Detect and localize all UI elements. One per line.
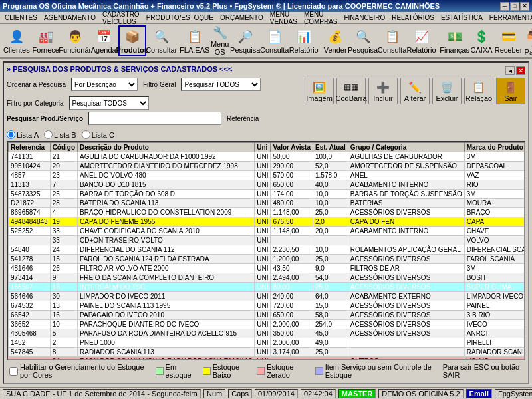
consultar-icon: 🔍 [152, 27, 171, 46]
maximize-button[interactable]: □ [510, 2, 519, 11]
radio-lista-b[interactable]: Lista B [44, 130, 76, 139]
fornece-icon: 🏭 [37, 27, 55, 46]
toolbar-funcionario[interactable]: 👨 Funcionár [61, 25, 89, 56]
legend-estoque-baixo: Estoque Baixo [203, 363, 251, 379]
toolbar-relatorio2[interactable]: 📈 Relatório [408, 25, 436, 56]
table-row[interactable]: 9951042420AMORTECEDOR DIANTEIRO DO MERCE… [9, 162, 526, 171]
toolbar-flaeas[interactable]: 📋 FLA.EAS [181, 25, 209, 56]
table-body: 74113121AGULHA DO CARBURADOR DA F1000 19… [9, 152, 526, 361]
legend-sem-controle: Item Serviço ou sem Controle de Estoque [315, 363, 438, 379]
toolbar-clientes[interactable]: 👤 Clientes [3, 25, 31, 56]
search-prod-row: Pesquisar Prod./Serviço Referência Lista… [7, 112, 302, 139]
table-row[interactable]: 15550713INTERCALM DO TSCUNI80,0025,0ACES… [9, 283, 526, 292]
radio-lista-c[interactable]: Lista C [82, 130, 114, 139]
table-row[interactable]: 5478458RADIADOR SCANIA 113UNI3.174,0025,… [9, 348, 526, 357]
products-table: Referencia Código Descrição do Produto U… [8, 142, 525, 360]
panel-resize-button[interactable]: ◂ [505, 66, 515, 75]
estoque-zerado-box [257, 367, 265, 375]
filter-cat-select[interactable]: Pesquisar TODOS [69, 96, 149, 110]
status-nums: Num [203, 389, 225, 398]
menu-agendamento[interactable]: AGENDAMENTO [41, 13, 99, 22]
sair-button[interactable]: 🚪 Sair [496, 78, 525, 104]
table-row[interactable]: 56464630LIMPADOR DO IVECO 2011UNI240,006… [9, 292, 526, 301]
toolbar-produtos[interactable]: 📦 Produtos [118, 25, 146, 56]
imagem-button[interactable]: 🖼️ Imagem [305, 78, 334, 104]
toolbar-vender[interactable]: 💰 Vender [323, 25, 348, 56]
relatorio1-icon: 📊 [295, 27, 313, 46]
menu-relatorios[interactable]: RELATÓRIOS [388, 13, 438, 22]
products-table-container[interactable]: Referencia Código Descrição do Produto U… [7, 141, 525, 360]
table-row[interactable]: 48164626FILTRO AR VOLVO ATE 2000UNI43,50… [9, 264, 526, 273]
table-row[interactable]: 869658744BRAÇO HIDRAULICO DO CONSTELLATI… [9, 208, 526, 217]
menu-financeiro[interactable]: FINANCEIRO [340, 13, 388, 22]
menu-cadastro-veiculos[interactable]: CADASTRO VEÍCULOS [99, 10, 143, 26]
radio-lista-a[interactable]: Lista A [7, 130, 39, 139]
status-time: 02:42:04 [301, 389, 336, 398]
toolbar-pesquisa2[interactable]: 🔍 Pesquisa [349, 25, 377, 56]
table-row[interactable]: 485723ANEL DO VOLVO 480UNI570,001.578,0A… [9, 171, 526, 180]
table-row[interactable]: 74113121AGULHA DO CARBURADOR DA F1000 19… [9, 152, 526, 162]
toolbar-receber[interactable]: 💳 Receber [495, 25, 523, 56]
codbarra-button[interactable]: ▦▦ CodBarra [336, 78, 366, 104]
menu-bar: CLIENTES AGENDAMENTO CADASTRO VEÍCULOS P… [0, 12, 532, 24]
relacao-button[interactable]: 📋 Relação [464, 78, 493, 104]
search-prod-input[interactable] [88, 112, 221, 125]
toolbar-consulta2[interactable]: 📋 Consulta [378, 25, 406, 56]
table-row[interactable]: 5484024DIFERENCIAL DO SCANIA 112UNI2.230… [9, 245, 526, 255]
table-row[interactable]: 67453213PAINEL DO SCANIA 113 1995UNI720,… [9, 301, 526, 311]
toolbar-a-pagar[interactable]: 📤 A Pagar [524, 25, 532, 56]
toolbar: 👤 Clientes 🏭 Fornece 👨 Funcionár 📅 Agend… [0, 24, 532, 59]
table-row[interactable]: 9734149FREIO DA SCANIA COMPLETO DIANTEIR… [9, 273, 526, 283]
table-row[interactable]: 14522PNEU 1000UNI2.000,0049,0PIRELLI [9, 338, 526, 348]
toolbar-consulta1[interactable]: 📄 Consulta [261, 25, 289, 56]
alterar-button[interactable]: ✏️ Alterar [400, 78, 430, 104]
menu-orcamento[interactable]: ORÇAMENTO [217, 13, 267, 22]
menu-produto-estoque[interactable]: PRODUTO/ESTOQUE [143, 13, 217, 22]
table-row[interactable]: 52525233CHAVE CODIFICADA DO SCANIA 2010U… [9, 227, 526, 236]
toolbar-menu-os[interactable]: 🔧 Menu OS [210, 25, 230, 56]
relacao-icon: 📋 [469, 80, 488, 94]
menu-compras[interactable]: MENU COMPRAS [301, 10, 341, 26]
table-row[interactable]: 33CD+ON TRASEIRO VOLTOUNIVOLVO [9, 236, 526, 245]
table-row[interactable]: 43054685PARAFUSO DA RODA DIANTEIRA DO AC… [9, 329, 526, 338]
panel-close-button[interactable]: ✕ [516, 66, 525, 75]
table-row[interactable]: 6654216PAPAGAIO DO IVECO 2010UNI650,0058… [9, 311, 526, 320]
toolbar-caixa[interactable]: 💲 CAIXA [470, 25, 493, 56]
toolbar-agenda[interactable]: 📅 Agenda [90, 25, 117, 56]
sem-controle-box [315, 367, 323, 375]
menu-clientes[interactable]: CLIENTES [1, 13, 41, 22]
table-row[interactable]: D2187228BATERIA DO SCANIA 113UNI480,0010… [9, 199, 526, 208]
menu-ferramentas[interactable]: FERRAMENTAS [486, 13, 532, 22]
estoque-ctrl-checkbox[interactable] [9, 367, 18, 376]
title-bar-buttons: ─ □ ✕ [500, 2, 529, 11]
col-referencia: Referencia [9, 143, 51, 152]
pesquisa1-icon: 🔎 [236, 27, 255, 46]
order-select[interactable]: Por Descrição [71, 78, 138, 91]
clientes-icon: 👤 [7, 27, 26, 46]
table-row[interactable]: 113137BANCO DO D10 1815UNI650,0040,0ACAB… [9, 180, 526, 190]
order-label: Ordenar a Pesquisa [7, 81, 66, 88]
menu-estatistica[interactable]: ESTATÍSTICA [438, 13, 486, 22]
toolbar-relatorio1[interactable]: 📊 Relatório [290, 25, 318, 56]
sair-icon: 🚪 [501, 80, 520, 94]
toolbar-pesquisa1[interactable]: 🔎 Pesquisa [231, 25, 259, 56]
excluir-button[interactable]: 🗑️ Excluir [432, 78, 462, 104]
minimize-button[interactable]: ─ [500, 2, 509, 11]
incluir-button[interactable]: ➕ Incluir [368, 78, 398, 104]
table-row[interactable]: 5487332525BARRA DE TORÇÃO DO 608 DUNI174… [9, 190, 526, 199]
table-row[interactable]: 54127815FAROL DO SCANIA 124 REI DA ESTRA… [9, 255, 526, 264]
consulta2-icon: 📋 [383, 27, 402, 46]
toolbar-financas[interactable]: 💵 Finanças [441, 25, 469, 56]
toolbar-fornece[interactable]: 🏭 Fornece [32, 25, 60, 56]
close-button[interactable]: ✕ [520, 2, 529, 11]
filter-geral-select[interactable]: Pesquisar TODOS [181, 78, 261, 91]
consulta1-icon: 📄 [265, 27, 284, 46]
table-row[interactable]: 494848484319CAPA DO FENEME 1955UNI676,50… [9, 217, 526, 227]
status-email[interactable]: Email [466, 389, 492, 398]
table-row[interactable]: 3665210PARACHOQUE DIANTEIRO DO IVECOUNI2… [9, 320, 526, 329]
table-row[interactable]: 34RADIADOR SCANIA VOLVO RADIADOR AGUA T1… [9, 357, 526, 361]
legend-estoque-ctrl[interactable]: Habilitar o Gerenciamento do Estoque por… [9, 363, 150, 379]
legend: Habilitar o Gerenciamento do Estoque por… [7, 362, 525, 380]
toolbar-consultar[interactable]: 🔍 Consultar [148, 25, 176, 56]
menu-vendas[interactable]: MENU VENDAS [267, 10, 301, 26]
